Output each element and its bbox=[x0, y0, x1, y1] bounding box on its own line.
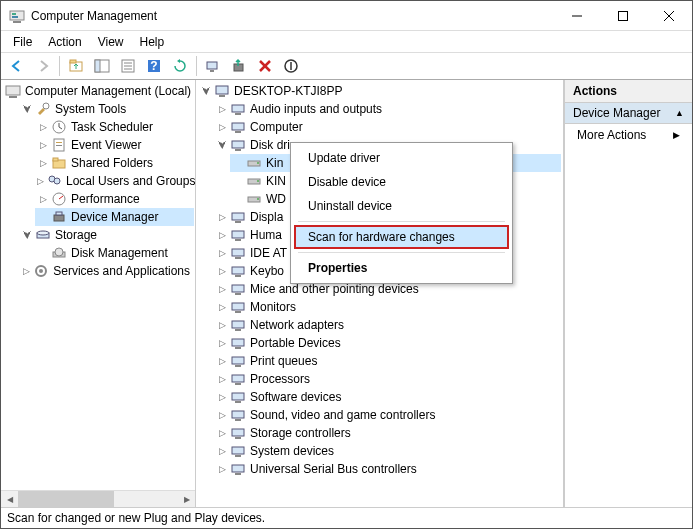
device-category[interactable]: ▷ Monitors bbox=[214, 298, 561, 316]
device-category[interactable]: ▷ Network adapters bbox=[214, 316, 561, 334]
actions-group[interactable]: Device Manager ▲ bbox=[565, 103, 692, 124]
device-icon bbox=[230, 407, 246, 423]
storage-icon bbox=[35, 227, 51, 243]
collapse-icon[interactable]: ⮟ bbox=[21, 103, 33, 115]
device-category[interactable]: ▷ Print queues bbox=[214, 352, 561, 370]
collapse-icon[interactable]: ⮟ bbox=[200, 85, 212, 97]
expand-icon[interactable]: ▷ bbox=[216, 355, 228, 367]
expand-icon[interactable]: ▷ bbox=[216, 391, 228, 403]
device-category[interactable]: ▷ Audio inputs and outputs bbox=[214, 100, 561, 118]
device-category[interactable]: ▷ Storage controllers bbox=[214, 424, 561, 442]
expand-icon[interactable]: ▷ bbox=[216, 337, 228, 349]
properties-button[interactable] bbox=[116, 54, 140, 78]
tree-storage[interactable]: ⮟ Storage bbox=[19, 226, 194, 244]
tree-device-manager[interactable]: Device Manager bbox=[35, 208, 194, 226]
svg-point-26 bbox=[43, 103, 49, 109]
actions-more[interactable]: More Actions ▶ bbox=[565, 124, 692, 146]
svg-rect-1 bbox=[13, 21, 21, 23]
device-category[interactable]: ▷ Processors bbox=[214, 370, 561, 388]
scroll-thumb[interactable] bbox=[18, 491, 114, 508]
maximize-button[interactable] bbox=[600, 1, 646, 31]
tree-disk-management[interactable]: Disk Management bbox=[35, 244, 194, 262]
ctx-properties[interactable]: Properties bbox=[294, 256, 509, 280]
expand-icon[interactable]: ▷ bbox=[37, 175, 44, 187]
ctx-scan-hardware[interactable]: Scan for hardware changes bbox=[294, 225, 509, 249]
menu-help[interactable]: Help bbox=[132, 33, 173, 51]
expand-icon[interactable]: ▷ bbox=[216, 301, 228, 313]
expand-icon[interactable]: ▷ bbox=[216, 463, 228, 475]
forward-button[interactable] bbox=[31, 54, 55, 78]
refresh-button[interactable] bbox=[168, 54, 192, 78]
device-icon bbox=[230, 443, 246, 459]
mmc-icon bbox=[5, 83, 21, 99]
tree-shared-folders[interactable]: ▷Shared Folders bbox=[35, 154, 194, 172]
tree-root[interactable]: Computer Management (Local) bbox=[3, 82, 194, 100]
collapse-icon[interactable]: ⮟ bbox=[216, 139, 228, 151]
svg-rect-37 bbox=[56, 212, 62, 215]
scroll-left-icon[interactable]: ◀ bbox=[1, 491, 18, 508]
expand-icon[interactable]: ▷ bbox=[37, 193, 49, 205]
left-scrollbar[interactable]: ◀ ▶ bbox=[1, 490, 195, 507]
device-mgr-icon bbox=[51, 209, 67, 225]
device-category[interactable]: ▷ Universal Serial Bus controllers bbox=[214, 460, 561, 478]
menu-view[interactable]: View bbox=[90, 33, 132, 51]
expand-icon[interactable]: ▷ bbox=[216, 211, 228, 223]
tree-task-scheduler[interactable]: ▷Task Scheduler bbox=[35, 118, 194, 136]
expand-icon[interactable]: ▷ bbox=[216, 283, 228, 295]
scroll-right-icon[interactable]: ▶ bbox=[178, 491, 195, 508]
scan-hardware-button[interactable] bbox=[201, 54, 225, 78]
device-category[interactable]: ▷ Computer bbox=[214, 118, 561, 136]
svg-rect-24 bbox=[6, 86, 20, 95]
svg-rect-75 bbox=[235, 365, 241, 367]
tree-services-apps[interactable]: ▷ Services and Applications bbox=[19, 262, 194, 280]
expand-icon[interactable]: ▷ bbox=[216, 247, 228, 259]
console-tree[interactable]: Computer Management (Local) ⮟ System Too… bbox=[1, 80, 196, 490]
expand-icon[interactable]: ▷ bbox=[216, 409, 228, 421]
back-button[interactable] bbox=[5, 54, 29, 78]
uninstall-button[interactable] bbox=[253, 54, 277, 78]
expand-icon[interactable]: ▷ bbox=[37, 157, 49, 169]
expand-icon[interactable]: ▷ bbox=[216, 373, 228, 385]
expand-icon[interactable]: ▷ bbox=[37, 121, 49, 133]
device-root[interactable]: ⮟ DESKTOP-KTJI8PP bbox=[198, 82, 561, 100]
collapse-icon[interactable]: ⮟ bbox=[21, 229, 33, 241]
expand-icon[interactable]: ▷ bbox=[216, 229, 228, 241]
expand-icon[interactable]: ▷ bbox=[216, 121, 228, 133]
ctx-disable-device[interactable]: Disable device bbox=[294, 170, 509, 194]
tree-event-viewer[interactable]: ▷Event Viewer bbox=[35, 136, 194, 154]
minimize-button[interactable] bbox=[554, 1, 600, 31]
users-icon bbox=[46, 173, 62, 189]
help-button[interactable]: ? bbox=[142, 54, 166, 78]
disable-button[interactable] bbox=[279, 54, 303, 78]
expand-icon[interactable]: ▷ bbox=[216, 103, 228, 115]
update-driver-button[interactable] bbox=[227, 54, 251, 78]
expand-icon[interactable]: ▷ bbox=[216, 265, 228, 277]
svg-rect-32 bbox=[53, 158, 58, 161]
expand-icon[interactable]: ▷ bbox=[21, 265, 31, 277]
expand-icon[interactable]: ▷ bbox=[216, 445, 228, 457]
tree-performance[interactable]: ▷Performance bbox=[35, 190, 194, 208]
svg-rect-0 bbox=[10, 11, 24, 20]
device-category[interactable]: ▷ Software devices bbox=[214, 388, 561, 406]
device-category[interactable]: ▷ System devices bbox=[214, 442, 561, 460]
expand-icon[interactable]: ▷ bbox=[37, 139, 49, 151]
up-button[interactable] bbox=[64, 54, 88, 78]
ctx-uninstall-device[interactable]: Uninstall device bbox=[294, 194, 509, 218]
menu-file[interactable]: File bbox=[5, 33, 40, 51]
tree-system-tools[interactable]: ⮟ System Tools bbox=[19, 100, 194, 118]
ctx-update-driver[interactable]: Update driver bbox=[294, 146, 509, 170]
svg-rect-84 bbox=[232, 447, 244, 454]
expand-icon[interactable]: ▷ bbox=[216, 427, 228, 439]
svg-rect-25 bbox=[9, 96, 17, 98]
device-category[interactable]: ▷ Sound, video and game controllers bbox=[214, 406, 561, 424]
expand-icon[interactable]: ▷ bbox=[216, 319, 228, 331]
device-category[interactable]: ▷ Portable Devices bbox=[214, 334, 561, 352]
close-button[interactable] bbox=[646, 1, 692, 31]
menu-action[interactable]: Action bbox=[40, 33, 89, 51]
context-menu: Update driver Disable device Uninstall d… bbox=[290, 142, 513, 284]
tree-local-users[interactable]: ▷Local Users and Groups bbox=[35, 172, 194, 190]
show-hide-tree-button[interactable] bbox=[90, 54, 114, 78]
device-icon bbox=[230, 389, 246, 405]
svg-rect-85 bbox=[235, 455, 241, 457]
device-tree[interactable]: ⮟ DESKTOP-KTJI8PP ▷ Audio inputs and out… bbox=[196, 80, 564, 507]
